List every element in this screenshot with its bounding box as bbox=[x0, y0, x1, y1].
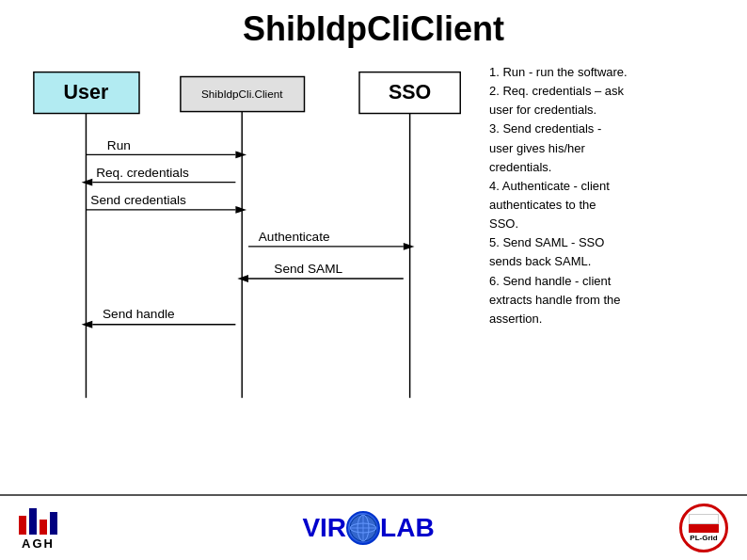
svg-text:SSO: SSO bbox=[389, 81, 431, 104]
svg-marker-22 bbox=[237, 275, 248, 282]
sequence-diagram: User ShibIdpCli.Client SSO bbox=[19, 58, 480, 425]
plgrid-red-stripe bbox=[689, 524, 719, 533]
virolab-vir-text: VIR bbox=[302, 513, 346, 543]
agh-bar-2 bbox=[29, 508, 37, 535]
svg-marker-19 bbox=[404, 243, 415, 250]
diagram-and-text: User ShibIdpCli.Client SSO bbox=[19, 58, 728, 489]
agh-bars bbox=[19, 506, 57, 535]
plgrid-logo: PL-Grid bbox=[679, 504, 728, 552]
footer: AGH VIR LAB PL bbox=[0, 494, 747, 560]
page-title: ShibIdpCliClient bbox=[19, 9, 728, 49]
virolab-lab-text: LAB bbox=[380, 513, 435, 543]
description-area: 1. Run - run the software. 2. Req. crede… bbox=[489, 58, 728, 489]
svg-text:Req. credentials: Req. credentials bbox=[96, 166, 189, 180]
plgrid-inner: PL-Grid bbox=[689, 514, 719, 542]
plgrid-white-stripe bbox=[689, 514, 719, 524]
svg-marker-25 bbox=[82, 321, 93, 328]
plgrid-text: PL-Grid bbox=[690, 534, 717, 542]
svg-marker-10 bbox=[235, 151, 246, 158]
svg-marker-16 bbox=[235, 206, 246, 214]
content-area: ShibIdpCliClient User ShibIdpCli.Client bbox=[0, 0, 747, 494]
svg-marker-13 bbox=[82, 179, 93, 186]
agh-text: AGH bbox=[22, 536, 55, 551]
plgrid-flag bbox=[689, 514, 719, 533]
agh-bar-3 bbox=[40, 520, 47, 535]
diagram-area: User ShibIdpCli.Client SSO bbox=[19, 58, 480, 489]
svg-text:User: User bbox=[64, 81, 109, 104]
virolab-globe-icon bbox=[346, 511, 380, 545]
svg-text:Send SAML: Send SAML bbox=[274, 262, 342, 276]
virolab-logo: VIR LAB bbox=[302, 511, 434, 545]
svg-text:Send handle: Send handle bbox=[103, 307, 175, 321]
svg-text:Run: Run bbox=[107, 138, 131, 152]
svg-text:Send credentials: Send credentials bbox=[90, 193, 186, 207]
agh-bar-4 bbox=[50, 512, 57, 535]
agh-bar-1 bbox=[19, 516, 26, 535]
agh-logo: AGH bbox=[19, 506, 57, 551]
svg-text:Authenticate: Authenticate bbox=[259, 230, 330, 244]
main-container: ShibIdpCliClient User ShibIdpCli.Client bbox=[0, 0, 747, 560]
description-text: 1. Run - run the software. 2. Req. crede… bbox=[489, 63, 728, 328]
svg-text:ShibIdpCli.Client: ShibIdpCli.Client bbox=[201, 88, 283, 100]
